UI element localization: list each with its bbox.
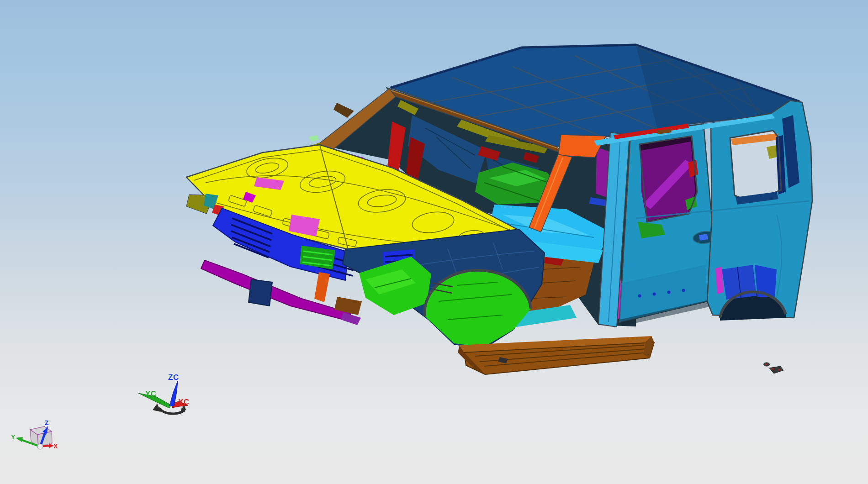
loose-bracket[interactable]	[763, 363, 783, 374]
cad-viewport[interactable]: ZC YC XC Z Y X	[0, 0, 868, 484]
wcs-triad[interactable]: ZC YC XC	[138, 373, 190, 415]
view-triad-origin[interactable]	[37, 444, 43, 449]
orange-strut[interactable]	[314, 272, 330, 302]
wcs-xc-label: XC	[178, 398, 190, 406]
view-triad[interactable]: Z Y X	[11, 419, 58, 450]
wcs-yc-label: YC	[145, 389, 157, 398]
rear-seat-back-panel[interactable]	[640, 142, 698, 221]
view-y-label: Y	[11, 433, 16, 441]
view-z-label: Z	[45, 419, 49, 426]
view-x-label: X	[53, 442, 58, 450]
air-deflector-box[interactable]	[249, 279, 272, 306]
rear-door[interactable]	[619, 124, 717, 322]
car-body-model[interactable]	[186, 45, 812, 374]
wcs-zc-label: ZC	[168, 373, 179, 382]
